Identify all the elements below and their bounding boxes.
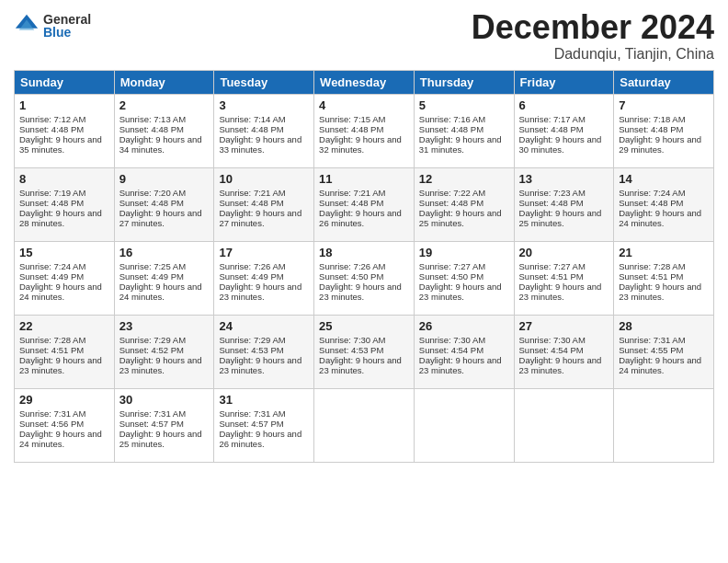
day-number: 29 [19, 393, 109, 407]
sunrise-label: Sunrise: 7:20 AM [119, 188, 186, 198]
sunrise-label: Sunrise: 7:31 AM [19, 408, 85, 419]
daylight-label: Daylight: 9 hours and 35 minutes. [19, 134, 102, 155]
daylight-label: Daylight: 9 hours and 23 minutes. [319, 282, 402, 302]
table-row [514, 388, 614, 462]
logo-blue: Blue [43, 26, 91, 39]
sunrise-label: Sunrise: 7:27 AM [419, 261, 485, 271]
table-row: 15 Sunrise: 7:24 AM Sunset: 4:49 PM Dayl… [15, 241, 115, 315]
table-row: 10 Sunrise: 7:21 AM Sunset: 4:48 PM Dayl… [214, 167, 314, 241]
sunrise-label: Sunrise: 7:25 AM [119, 261, 186, 271]
sunrise-label: Sunrise: 7:19 AM [19, 188, 85, 198]
sunrise-label: Sunrise: 7:21 AM [219, 188, 285, 198]
col-saturday: Saturday [614, 70, 714, 94]
table-row [414, 388, 514, 462]
daylight-label: Daylight: 9 hours and 25 minutes. [419, 208, 502, 228]
table-row: 8 Sunrise: 7:19 AM Sunset: 4:48 PM Dayli… [15, 167, 115, 241]
sunset-label: Sunset: 4:48 PM [619, 198, 683, 208]
table-row: 26 Sunrise: 7:30 AM Sunset: 4:54 PM Dayl… [414, 315, 514, 388]
sunset-label: Sunset: 4:54 PM [419, 345, 483, 355]
table-row [314, 388, 415, 462]
sunrise-label: Sunrise: 7:12 AM [19, 114, 85, 124]
sunset-label: Sunset: 4:53 PM [219, 345, 283, 355]
day-number: 22 [19, 319, 109, 333]
sunset-label: Sunset: 4:55 PM [619, 345, 683, 355]
daylight-label: Daylight: 9 hours and 26 minutes. [219, 429, 301, 449]
logo: General Blue [14, 13, 91, 39]
day-number: 24 [219, 319, 309, 333]
table-row: 14 Sunrise: 7:24 AM Sunset: 4:48 PM Dayl… [614, 167, 714, 241]
daylight-label: Daylight: 9 hours and 23 minutes. [619, 282, 701, 302]
sunrise-label: Sunrise: 7:14 AM [219, 114, 285, 124]
sunset-label: Sunset: 4:48 PM [19, 198, 84, 208]
daylight-label: Daylight: 9 hours and 24 minutes. [19, 282, 102, 302]
sunset-label: Sunset: 4:53 PM [319, 345, 383, 355]
page-container: General Blue December 2024 Dadunqiu, Tia… [0, 0, 728, 472]
daylight-label: Daylight: 9 hours and 27 minutes. [219, 208, 301, 228]
sunset-label: Sunset: 4:51 PM [519, 271, 584, 282]
day-number: 6 [519, 98, 609, 112]
col-friday: Friday [514, 70, 614, 94]
daylight-label: Daylight: 9 hours and 23 minutes. [19, 355, 102, 375]
table-row: 12 Sunrise: 7:22 AM Sunset: 4:48 PM Dayl… [414, 167, 514, 241]
sunrise-label: Sunrise: 7:17 AM [519, 114, 586, 124]
day-number: 12 [419, 172, 509, 186]
logo-text: General Blue [43, 13, 91, 39]
table-row: 23 Sunrise: 7:29 AM Sunset: 4:52 PM Dayl… [114, 315, 214, 388]
day-number: 21 [619, 246, 709, 259]
sunrise-label: Sunrise: 7:31 AM [619, 335, 685, 345]
sunset-label: Sunset: 4:50 PM [419, 271, 483, 282]
daylight-label: Daylight: 9 hours and 24 minutes. [619, 355, 701, 375]
day-number: 2 [119, 98, 210, 112]
col-monday: Monday [114, 70, 214, 94]
logo-general: General [43, 13, 91, 26]
sunrise-label: Sunrise: 7:31 AM [219, 408, 285, 419]
sunrise-label: Sunrise: 7:28 AM [619, 261, 685, 271]
calendar-week-row: 1 Sunrise: 7:12 AM Sunset: 4:48 PM Dayli… [15, 94, 714, 167]
day-number: 23 [119, 319, 210, 333]
day-number: 25 [319, 319, 409, 333]
day-number: 5 [419, 98, 509, 112]
sunrise-label: Sunrise: 7:29 AM [219, 335, 285, 345]
daylight-label: Daylight: 9 hours and 23 minutes. [519, 355, 602, 375]
sunrise-label: Sunrise: 7:15 AM [319, 114, 385, 124]
day-number: 30 [119, 393, 210, 407]
daylight-label: Daylight: 9 hours and 30 minutes. [519, 134, 602, 155]
sunset-label: Sunset: 4:48 PM [419, 124, 483, 134]
day-number: 31 [219, 393, 309, 407]
sunset-label: Sunset: 4:56 PM [19, 419, 84, 429]
sunrise-label: Sunrise: 7:27 AM [519, 261, 586, 271]
col-sunday: Sunday [15, 70, 115, 94]
sunrise-label: Sunrise: 7:31 AM [119, 408, 186, 419]
day-number: 26 [419, 319, 509, 333]
col-thursday: Thursday [414, 70, 514, 94]
table-row: 30 Sunrise: 7:31 AM Sunset: 4:57 PM Dayl… [114, 388, 214, 462]
table-row: 31 Sunrise: 7:31 AM Sunset: 4:57 PM Dayl… [214, 388, 314, 462]
table-row: 11 Sunrise: 7:21 AM Sunset: 4:48 PM Dayl… [314, 167, 415, 241]
sunset-label: Sunset: 4:48 PM [519, 198, 584, 208]
day-number: 16 [119, 246, 210, 259]
sunset-label: Sunset: 4:50 PM [319, 271, 383, 282]
sunrise-label: Sunrise: 7:30 AM [319, 335, 385, 345]
table-row: 21 Sunrise: 7:28 AM Sunset: 4:51 PM Dayl… [614, 241, 714, 315]
header: General Blue December 2024 Dadunqiu, Tia… [14, 9, 714, 63]
day-number: 15 [19, 246, 109, 259]
sunrise-label: Sunrise: 7:30 AM [419, 335, 485, 345]
calendar-week-row: 8 Sunrise: 7:19 AM Sunset: 4:48 PM Dayli… [15, 167, 714, 241]
day-number: 27 [519, 319, 609, 333]
sunrise-label: Sunrise: 7:22 AM [419, 188, 485, 198]
day-number: 11 [319, 172, 409, 186]
sunrise-label: Sunrise: 7:29 AM [119, 335, 186, 345]
table-row: 16 Sunrise: 7:25 AM Sunset: 4:49 PM Dayl… [114, 241, 214, 315]
day-number: 17 [219, 246, 309, 259]
daylight-label: Daylight: 9 hours and 26 minutes. [319, 208, 402, 228]
sunset-label: Sunset: 4:48 PM [219, 198, 283, 208]
daylight-label: Daylight: 9 hours and 27 minutes. [119, 208, 202, 228]
location: Dadunqiu, Tianjin, China [472, 46, 714, 63]
table-row: 13 Sunrise: 7:23 AM Sunset: 4:48 PM Dayl… [514, 167, 614, 241]
sunset-label: Sunset: 4:49 PM [219, 271, 283, 282]
sunrise-label: Sunrise: 7:26 AM [219, 261, 285, 271]
sunset-label: Sunset: 4:48 PM [319, 124, 383, 134]
day-number: 7 [619, 98, 709, 112]
sunrise-label: Sunrise: 7:30 AM [519, 335, 586, 345]
table-row: 17 Sunrise: 7:26 AM Sunset: 4:49 PM Dayl… [214, 241, 314, 315]
